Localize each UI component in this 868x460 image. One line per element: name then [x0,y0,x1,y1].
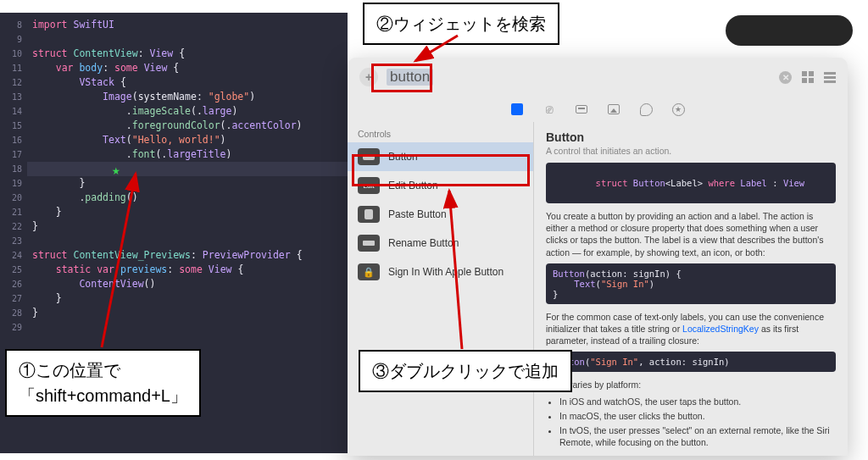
line-number: 29 [0,320,22,335]
code-line[interactable]: } [32,306,348,320]
code-line[interactable] [32,320,348,335]
annotation-2: ②ウィジェットを検索 [363,3,559,45]
section-header: Controls [348,124,533,142]
line-number: 18 [0,162,22,176]
annotation-3: ③ダブルクリックで追加 [359,350,572,392]
code-line[interactable]: var body: some View { [32,61,348,75]
code-line[interactable]: ContentView() [32,277,348,291]
code-line[interactable]: } [32,205,348,219]
line-number: 10 [0,47,22,61]
code-line[interactable]: import SwiftUI [32,18,348,32]
line-number: 16 [0,133,22,147]
line-number: 8 [0,18,22,32]
code-line[interactable]: VStack { [32,75,348,90]
library-doc-pane: Button A control that initiates an actio… [534,122,848,456]
doc-paragraph: For the common case of text-only labels,… [546,311,836,347]
doc-bullet: In macOS, the user clicks the button. [559,410,836,423]
line-number: 23 [0,234,22,248]
code-line[interactable]: } [32,291,348,306]
object-library-panel: + button ✕ ★ Controls ButtonEditEdit But… [348,58,848,456]
doc-paragraph-partial: utton varies by platform: [546,379,836,391]
library-item[interactable]: Rename Button [348,229,533,258]
library-item-label: Sign In With Apple Button [388,266,504,278]
line-number: 13 [0,90,22,104]
code-line[interactable]: static var previews: some View { [32,263,348,277]
tab-views[interactable] [509,101,526,118]
tab-snippets[interactable] [573,101,590,118]
code-line[interactable]: .imageScale(.large) [32,104,348,119]
tab-modifiers[interactable] [541,101,558,118]
doc-code-example-2: Button("Sign In", action: signIn) [546,352,836,372]
library-item-glyph: 🔒 [358,263,380,280]
line-number: 11 [0,61,22,75]
line-number: 28 [0,306,22,320]
highlight-button-row [352,154,530,186]
line-number: 22 [0,219,22,234]
library-item-label: Paste Button [388,208,447,220]
list-view-icon[interactable] [824,72,836,83]
doc-title: Button [546,130,836,144]
code-line[interactable] [32,234,348,248]
line-number: 9 [0,32,22,47]
library-category-tabs: ★ [348,97,848,122]
line-number: 15 [0,119,22,133]
library-item[interactable]: Paste Button [348,200,533,229]
line-number: 19 [0,176,22,191]
tab-colors[interactable] [637,101,654,118]
doc-bullet-list: In iOS and watchOS, the user taps the bu… [546,396,836,449]
line-number: 14 [0,104,22,119]
doc-paragraph: You create a button by providing an acti… [546,210,836,258]
clear-search-icon[interactable]: ✕ [779,71,792,84]
line-number: 25 [0,263,22,277]
code-line[interactable] [27,162,348,176]
highlight-search-field [371,64,432,92]
tab-media[interactable] [605,101,622,118]
doc-code-example-1: Button(action: signIn) { Text("Sign In")… [546,263,836,304]
doc-link[interactable]: LocalizedStringKey [682,324,759,334]
doc-bullet: In tvOS, the user presses "select" on an… [559,424,836,449]
library-item-glyph [358,235,380,252]
device-notch-hint [726,15,853,46]
code-line[interactable]: .font(.largeTitle) [32,147,348,162]
code-line[interactable]: Text("Hello, world!") [32,133,348,147]
line-number: 27 [0,291,22,306]
doc-bullet: In iOS and watchOS, the user taps the bu… [559,396,836,408]
code-line[interactable]: struct ContentView: View { [32,47,348,61]
code-line[interactable]: } [32,176,348,191]
code-line[interactable]: .foregroundColor(.accentColor) [32,119,348,133]
line-number: 20 [0,191,22,205]
line-number: 12 [0,75,22,90]
code-line[interactable]: Image(systemName: "globe") [32,90,348,104]
line-number: 24 [0,248,22,263]
library-item-glyph [358,206,380,223]
code-line[interactable]: struct ContentView_Previews: PreviewProv… [32,248,348,263]
library-item[interactable]: 🔒Sign In With Apple Button [348,258,533,286]
tab-favorites[interactable]: ★ [670,101,687,118]
code-line[interactable]: } [32,219,348,234]
doc-paragraph: The appearance of the button depends on … [546,454,836,456]
grid-view-icon[interactable] [802,71,814,83]
library-item-label: Rename Button [388,237,459,249]
doc-subtitle: A control that initiates an action. [546,146,836,156]
insertion-point-marker: ★ [112,163,120,177]
line-number: 21 [0,205,22,219]
doc-signature: struct Button<Label> where Label : View [546,163,836,203]
code-line[interactable] [32,32,348,47]
line-number: 17 [0,147,22,162]
annotation-1: ①この位置で 「shift+command+L」 [5,349,201,417]
code-line[interactable]: .padding() [32,191,348,205]
line-number: 26 [0,277,22,291]
